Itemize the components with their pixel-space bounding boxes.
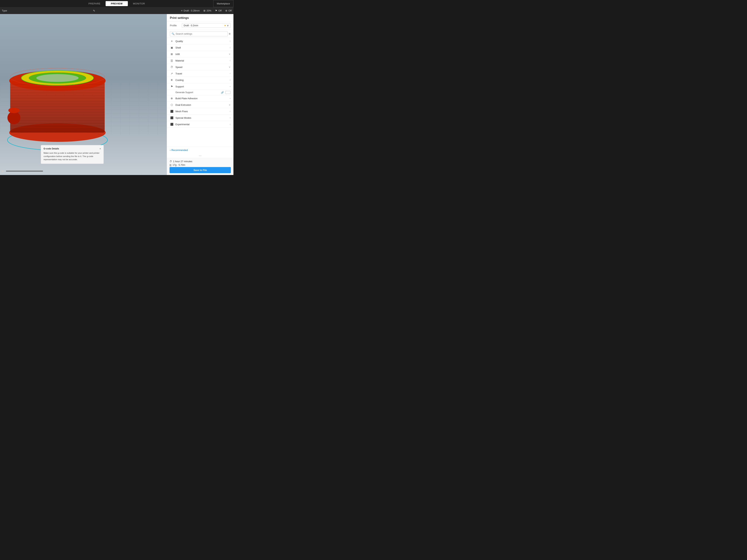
clock-icon: ⏱ [170,160,172,163]
search-input-wrap[interactable]: 🔍 [170,31,228,36]
gcode-popup-header: G-code Details × [44,148,101,150]
filter-icon-button[interactable]: ≡ [229,32,230,35]
secondary-bar: Type ✎ ≡ Draft - 0.28mm ⊠ 20% ⚑ Off ⊕ Of… [0,7,233,14]
chevron-left-icon: ‹ [170,149,171,152]
gcode-close-button[interactable]: × [100,148,101,150]
quality-icon: ≡ [170,39,174,43]
prepare-button[interactable]: PREPARE [83,1,106,6]
settings-list: ≡ Quality ‹ ▣ Shell ‹ ⊠ Infill ∨ ||| Mat… [167,38,233,147]
cooling-label: Cooling [176,79,228,81]
profile-display[interactable]: ≡ Draft - 0.28mm [181,9,200,12]
infill-settings-icon: ⊠ [170,53,174,56]
shell-label: Shell [176,46,228,49]
profile-label: Profile [170,24,180,27]
build-plate-icon: ⊕ [170,97,174,100]
special-modes-arrow: ‹ [230,116,230,119]
profile-row: Profile Draft · 0.2mm ★ ∨ [167,21,233,30]
top-bar: PREPARE PREVIEW MONITOR Marketplace [0,0,233,7]
settings-item-material[interactable]: ||| Material ‹ [167,57,233,64]
gcode-popup-title: G-code Details [44,148,59,150]
chevron-down-icon: ∨ [227,24,229,27]
time-label: 1 hour 27 minutes [173,160,192,163]
profile-info: ≡ Draft - 0.28mm ⊠ 20% ⚑ Off ⊕ Off [181,9,232,12]
recommended-link[interactable]: ‹ Recommended [170,149,230,152]
generate-support-row: Generate Support 🔗 [167,90,233,95]
settings-item-special-modes[interactable]: ⬛ Special Modes ‹ [167,115,233,121]
save-to-file-button[interactable]: Save to File [170,167,231,173]
search-icon: 🔍 [172,32,175,35]
dots-row: ··· [167,153,233,158]
travel-label: Travel [176,72,228,75]
infill-label: Infill [176,53,227,56]
speed-icon: ⏱ [170,65,174,69]
infill-display[interactable]: ⊠ 20% [203,9,211,12]
preview-button[interactable]: PREVIEW [106,1,128,6]
print-settings-title: Print settings [167,14,233,21]
dual-extrusion-icon: ⬡ [170,103,174,106]
settings-item-infill[interactable]: ⊠ Infill ∨ [167,51,233,57]
weight-icon: ||| [170,163,171,166]
star-icon: ★ [224,24,226,27]
settings-item-build-plate[interactable]: ⊕ Build Plate Adhesion ‹ [167,95,233,102]
infill-icon: ⊠ [203,9,205,12]
cooling-icon: ❄ [170,79,174,81]
monitor-button[interactable]: MONITOR [128,1,150,6]
infill-arrow: ∨ [229,53,230,55]
settings-item-dual-extrusion[interactable]: ⬡ Dual Extrusion ∨ [167,102,233,108]
main-area: G-code Details × Make sure the g-code is… [0,14,233,175]
support-value: Off [218,9,222,12]
layers-icon: ≡ [181,9,182,12]
profile-select[interactable]: Draft · 0.2mm ★ ∨ [182,23,230,28]
link-icon[interactable]: 🔗 [221,91,224,94]
time-row: ⏱ 1 hour 27 minutes [170,160,231,163]
settings-item-shell[interactable]: ▣ Shell ‹ [167,45,233,51]
play-bar: ▶ [2,169,43,173]
viewport[interactable]: G-code Details × Make sure the g-code is… [0,14,167,175]
weight-row: ||| 17g · 5.70m [170,163,231,166]
settings-item-speed[interactable]: ⏱ Speed ∨ [167,64,233,70]
infill-value: 20% [207,9,211,12]
travel-arrow: ‹ [230,72,230,75]
quality-arrow: ‹ [230,40,230,43]
material-arrow: ‹ [230,59,230,62]
edit-icon[interactable]: ✎ [93,9,95,12]
experimental-label: Experimental [176,123,228,126]
recommended-row: ‹ Recommended [167,147,233,153]
speed-arrow: ∨ [229,66,230,68]
settings-item-mesh-fixes[interactable]: ⬛ Mesh Fixes ‹ [167,108,233,115]
generate-support-toggle[interactable] [225,91,230,94]
right-panel: Print settings Profile Draft · 0.2mm ★ ∨… [167,14,233,175]
adhesion-display[interactable]: ⊕ Off [225,9,232,12]
shell-arrow: ‹ [230,46,230,49]
material-label: Material [176,59,228,62]
settings-item-travel[interactable]: ↗ Travel ‹ [167,70,233,77]
build-plate-arrow: ‹ [230,97,230,100]
playback-slider[interactable] [6,171,43,171]
settings-item-quality[interactable]: ≡ Quality ‹ [167,38,233,45]
play-button[interactable]: ▶ [2,169,4,173]
settings-item-support[interactable]: ⚑ Support ‹ [167,83,233,90]
support-display[interactable]: ⚑ Off [215,9,222,12]
weight-label: 17g · 5.70m [173,163,185,166]
quality-label: Quality [176,40,228,43]
support-settings-icon: ⚑ [170,85,174,88]
dual-extrusion-label: Dual Extrusion [176,104,227,106]
settings-item-cooling[interactable]: ❄ Cooling ‹ [167,77,233,83]
svg-point-62 [7,111,20,124]
speed-label: Speed [176,66,227,69]
shell-icon: ▣ [170,46,174,49]
mesh-fixes-arrow: ‹ [230,110,230,113]
special-modes-icon: ⬛ [170,116,174,119]
support-label: Support [176,85,228,88]
type-label: Type [2,9,7,12]
recommended-label: Recommended [171,149,188,152]
marketplace-button[interactable]: Marketplace [213,0,233,7]
search-settings-input[interactable] [176,32,226,35]
gcode-popup: G-code Details × Make sure the g-code is… [41,145,104,164]
cooling-arrow: ‹ [230,79,230,81]
settings-item-experimental[interactable]: ⬛ Experimental ‹ [167,121,233,128]
generate-support-label: Generate Support [176,91,220,94]
gcode-popup-body: Make sure the g-code is suitable for you… [44,152,101,161]
nav-bar: PREPARE PREVIEW MONITOR [83,1,150,6]
material-icon: ||| [170,59,174,62]
